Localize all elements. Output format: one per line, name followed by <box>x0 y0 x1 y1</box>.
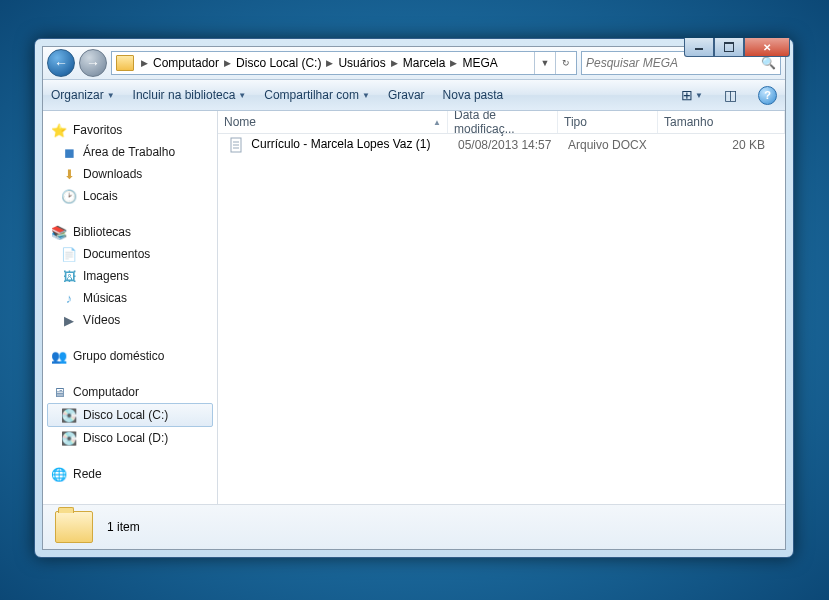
file-list-pane: Nome▲ Data de modificaç... Tipo Tamanho … <box>218 111 785 504</box>
breadcrumb[interactable]: Computador <box>151 56 221 70</box>
address-bar[interactable]: ▶ Computador ▶ Disco Local (C:) ▶ Usuári… <box>111 51 577 75</box>
item-count: 1 item <box>107 520 140 534</box>
file-name: Currículo - Marcela Lopes Vaz (1) <box>251 137 430 151</box>
window-controls <box>684 38 790 57</box>
help-icon[interactable]: ? <box>758 86 777 105</box>
status-bar: 1 item <box>43 504 785 549</box>
column-headers: Nome▲ Data de modificaç... Tipo Tamanho <box>218 111 785 134</box>
close-button[interactable] <box>744 38 790 57</box>
file-row[interactable]: Currículo - Marcela Lopes Vaz (1) 05/08/… <box>218 134 785 155</box>
breadcrumb[interactable]: MEGA <box>460 56 499 70</box>
breadcrumb[interactable]: Marcela <box>401 56 448 70</box>
chevron-right-icon: ▶ <box>138 58 151 68</box>
sidebar-homegroup[interactable]: 👥Grupo doméstico <box>43 345 217 367</box>
drive-icon: 💽 <box>61 407 77 423</box>
folder-icon <box>116 55 134 71</box>
chevron-right-icon: ▶ <box>447 58 460 68</box>
minimize-button[interactable] <box>684 38 714 57</box>
recent-icon: 🕑 <box>61 188 77 204</box>
sidebar-network[interactable]: 🌐Rede <box>43 463 217 485</box>
library-icon: 📚 <box>51 224 67 240</box>
sidebar-item-disk-d[interactable]: 💽Disco Local (D:) <box>43 427 217 449</box>
sidebar-item-music[interactable]: ♪Músicas <box>43 287 217 309</box>
organize-button[interactable]: Organizar▼ <box>51 88 115 102</box>
search-icon: 🔍 <box>761 56 776 70</box>
breadcrumb[interactable]: Disco Local (C:) <box>234 56 323 70</box>
back-button[interactable]: ← <box>47 49 75 77</box>
caret-down-icon: ▼ <box>238 91 246 100</box>
network-icon: 🌐 <box>51 466 67 482</box>
toolbar: Organizar▼ Incluir na biblioteca▼ Compar… <box>43 80 785 111</box>
column-date[interactable]: Data de modificaç... <box>448 111 558 133</box>
file-size: 20 KB <box>662 138 785 152</box>
sidebar-item-desktop[interactable]: ◼Área de Trabalho <box>43 141 217 163</box>
desktop-icon: ◼ <box>61 144 77 160</box>
music-icon: ♪ <box>61 290 77 306</box>
maximize-button[interactable] <box>714 38 744 57</box>
document-icon <box>228 137 244 153</box>
column-name[interactable]: Nome▲ <box>218 111 448 133</box>
sidebar-favorites[interactable]: ⭐Favoritos <box>43 119 217 141</box>
view-options-button[interactable]: ⊞▼ <box>682 86 702 104</box>
explorer-window: ← → ▶ Computador ▶ Disco Local (C:) ▶ Us… <box>34 38 794 558</box>
sidebar-item-downloads[interactable]: ⬇Downloads <box>43 163 217 185</box>
sidebar-item-documents[interactable]: 📄Documentos <box>43 243 217 265</box>
chevron-right-icon: ▶ <box>221 58 234 68</box>
sidebar-libraries[interactable]: 📚Bibliotecas <box>43 221 217 243</box>
homegroup-icon: 👥 <box>51 348 67 364</box>
sidebar-item-disk-c[interactable]: 💽Disco Local (C:) <box>47 403 213 427</box>
refresh-button[interactable]: ↻ <box>555 52 576 74</box>
star-icon: ⭐ <box>51 122 67 138</box>
nav-bar: ← → ▶ Computador ▶ Disco Local (C:) ▶ Us… <box>43 47 785 80</box>
documents-icon: 📄 <box>61 246 77 262</box>
videos-icon: ▶ <box>61 312 77 328</box>
breadcrumb[interactable]: Usuários <box>336 56 387 70</box>
chevron-right-icon: ▶ <box>323 58 336 68</box>
include-library-button[interactable]: Incluir na biblioteca▼ <box>133 88 247 102</box>
navigation-pane: ⭐Favoritos ◼Área de Trabalho ⬇Downloads … <box>43 111 218 504</box>
preview-pane-button[interactable]: ◫ <box>720 86 740 104</box>
caret-down-icon: ▼ <box>107 91 115 100</box>
sidebar-computer[interactable]: 🖥Computador <box>43 381 217 403</box>
new-folder-button[interactable]: Nova pasta <box>443 88 504 102</box>
share-button[interactable]: Compartilhar com▼ <box>264 88 370 102</box>
sidebar-item-recent[interactable]: 🕑Locais <box>43 185 217 207</box>
forward-button[interactable]: → <box>79 49 107 77</box>
file-date: 05/08/2013 14:57 <box>452 138 562 152</box>
burn-button[interactable]: Gravar <box>388 88 425 102</box>
column-type[interactable]: Tipo <box>558 111 658 133</box>
drive-icon: 💽 <box>61 430 77 446</box>
caret-down-icon: ▼ <box>362 91 370 100</box>
sidebar-item-pictures[interactable]: 🖼Imagens <box>43 265 217 287</box>
file-type: Arquivo DOCX <box>562 138 662 152</box>
history-dropdown-button[interactable]: ▼ <box>534 52 555 74</box>
folder-icon <box>55 511 93 543</box>
chevron-right-icon: ▶ <box>388 58 401 68</box>
search-placeholder: Pesquisar MEGA <box>586 56 678 70</box>
downloads-icon: ⬇ <box>61 166 77 182</box>
column-size[interactable]: Tamanho <box>658 111 785 133</box>
computer-icon: 🖥 <box>51 384 67 400</box>
sidebar-item-videos[interactable]: ▶Vídeos <box>43 309 217 331</box>
pictures-icon: 🖼 <box>61 268 77 284</box>
